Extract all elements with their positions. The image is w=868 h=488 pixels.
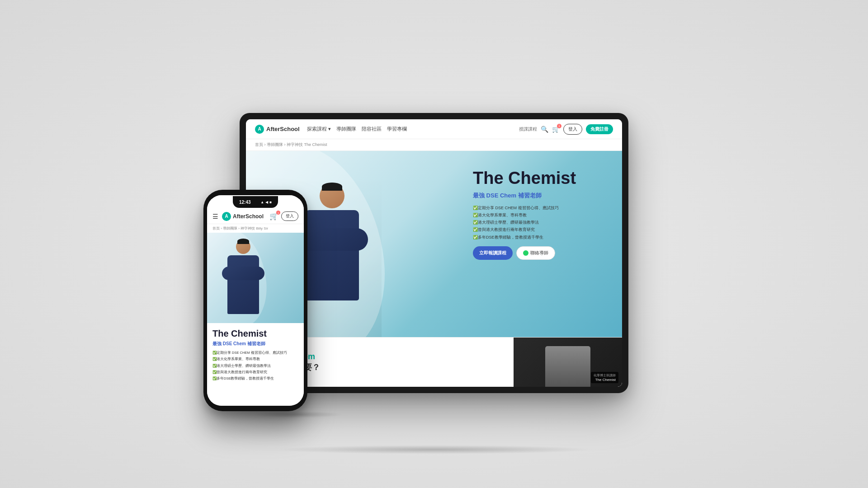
phone-content: The Chemist 最強 DSE Chem 補習老師 ✅定期分享 DSE C… bbox=[207, 323, 304, 406]
login-button[interactable]: 登入 bbox=[563, 124, 582, 135]
hero-subtitle: 最強 DSE Chem 補習老師 bbox=[473, 192, 609, 200]
enroll-button[interactable]: 立即報讀課程 bbox=[473, 246, 513, 260]
phone-feature-4: ✅曾與港大教授進行兩年教育研究 bbox=[212, 369, 298, 375]
bottom-video[interactable]: 化學博士班講師 The Chemist bbox=[514, 338, 622, 387]
nav-link-learning[interactable]: 學習專欄 bbox=[387, 126, 407, 132]
phone-shadow bbox=[253, 411, 344, 418]
nav-link-community[interactable]: 陪容社區 bbox=[362, 126, 382, 132]
tablet-logo-text: AfterSchool bbox=[266, 126, 300, 132]
phone-teacher-arms bbox=[222, 267, 264, 280]
video-label: 化學博士班講師 The Chemist bbox=[591, 372, 618, 383]
feature-1: ✅定期分享 DSE CHEM 複習習心得、應試技巧 bbox=[473, 204, 609, 211]
phone-teacher-figure bbox=[223, 239, 264, 323]
phone-notch: 12:43 ▲ ◀ ■ bbox=[233, 196, 278, 208]
tablet-logo: A AfterSchool bbox=[255, 125, 300, 134]
phone-hero-subtitle: 最強 DSE Chem 補習老師 bbox=[212, 341, 298, 347]
hero-buttons: 立即報讀課程 聯絡導師 bbox=[473, 246, 609, 260]
phone-teacher-body bbox=[227, 255, 259, 314]
phone-login-button[interactable]: 登入 bbox=[281, 211, 298, 221]
feature-3: ✅港大理碩士學歷、鑽研最強教學法 bbox=[473, 219, 609, 226]
phone-cart-icon[interactable]: 🛒 1 bbox=[269, 212, 278, 221]
tablet-breadcrumb: 首頁 › 導師團隊 › 神字神技 The Chemist bbox=[246, 139, 622, 151]
hero-text-content: The Chemist 最強 DSE Chem 補習老師 ✅定期分享 DSE C… bbox=[473, 169, 609, 260]
tablet-teach-link[interactable]: 授課課程 bbox=[519, 126, 537, 132]
teacher-hair bbox=[322, 183, 342, 191]
tablet-nav-links: 探索課程 ▾ 導師團隊 陪容社區 學習專欄 bbox=[307, 126, 407, 132]
teacher-head bbox=[320, 183, 344, 208]
register-button[interactable]: 免費註冊 bbox=[586, 124, 613, 134]
phone-hero bbox=[207, 233, 304, 323]
hero-title: The Chemist bbox=[473, 169, 609, 188]
tablet-shadow bbox=[276, 445, 592, 454]
feature-4: ✅曾與港大教授進行兩年教育研究 bbox=[473, 226, 609, 233]
phone-feature-1: ✅定期分享 DSE CHEM 複習習心得、應試技巧 bbox=[212, 350, 298, 356]
feature-5: ✅多年DSE教學經驗，曾教授過千學生 bbox=[473, 234, 609, 241]
hamburger-icon[interactable]: ☰ bbox=[212, 213, 218, 220]
phone-feature-2: ✅港大化學系畢業、専科専教 bbox=[212, 356, 298, 362]
phone-feature-5: ✅多年DSE教學經驗，曾教授過千學生 bbox=[212, 375, 298, 382]
phone-logo-text: AfterSchool bbox=[233, 213, 264, 220]
phone-status: ▲ ◀ ■ bbox=[260, 200, 272, 204]
phone-features-list: ✅定期分享 DSE CHEM 複習習心得、應試技巧 ✅港大化學系畢業、専科専教 … bbox=[212, 350, 298, 382]
whatsapp-icon bbox=[523, 250, 528, 256]
cart-icon[interactable]: 🛒 1 bbox=[552, 126, 560, 133]
phone-logo: A AfterSchool bbox=[222, 212, 264, 221]
phone-time: 12:43 bbox=[239, 200, 251, 205]
phone-cart-badge: 1 bbox=[276, 211, 280, 215]
nav-link-teachers[interactable]: 導師團隊 bbox=[336, 126, 356, 132]
phone-nav-right: 🛒 1 登入 bbox=[269, 211, 298, 221]
tablet-logo-icon: A bbox=[255, 125, 264, 134]
teacher-body bbox=[305, 210, 359, 300]
tablet-nav-right: 授課課程 🔍 🛒 1 登入 免費註冊 bbox=[519, 124, 613, 135]
phone-screen: ☰ A AfterSchool 🛒 1 登入 首頁 › 導師團隊 › 神字神技 … bbox=[207, 195, 304, 406]
phone-breadcrumb: 首頁 › 導師團隊 › 神字神技 Billy Sir bbox=[207, 224, 304, 233]
phone-logo-icon: A bbox=[222, 212, 231, 221]
search-icon[interactable]: 🔍 bbox=[541, 126, 548, 133]
main-scene: 12:43 ▲ ◀ ■ ☰ A AfterSchool 🛒 1 bbox=[118, 41, 750, 447]
nav-link-courses[interactable]: 探索課程 ▾ bbox=[307, 126, 331, 132]
video-thumbnail bbox=[545, 346, 590, 387]
contact-button[interactable]: 聯絡導師 bbox=[516, 246, 555, 260]
cart-badge-count: 1 bbox=[557, 124, 561, 128]
phone-teacher-hair bbox=[237, 239, 249, 244]
feature-2: ✅港大化學系畢業、専科専教 bbox=[473, 211, 609, 219]
hero-features: ✅定期分享 DSE CHEM 複習習心得、應試技巧 ✅港大化學系畢業、専科専教 … bbox=[473, 204, 609, 241]
phone-device: 12:43 ▲ ◀ ■ ☰ A AfterSchool 🛒 1 bbox=[203, 190, 307, 411]
tablet-nav: A AfterSchool 探索課程 ▾ 導師團隊 陪容社區 學習專欄 授課課程… bbox=[246, 119, 622, 139]
phone-hero-title: The Chemist bbox=[212, 328, 298, 339]
phone-feature-3: ✅港大理碩士學歷、鑽研最強教學法 bbox=[212, 363, 298, 369]
